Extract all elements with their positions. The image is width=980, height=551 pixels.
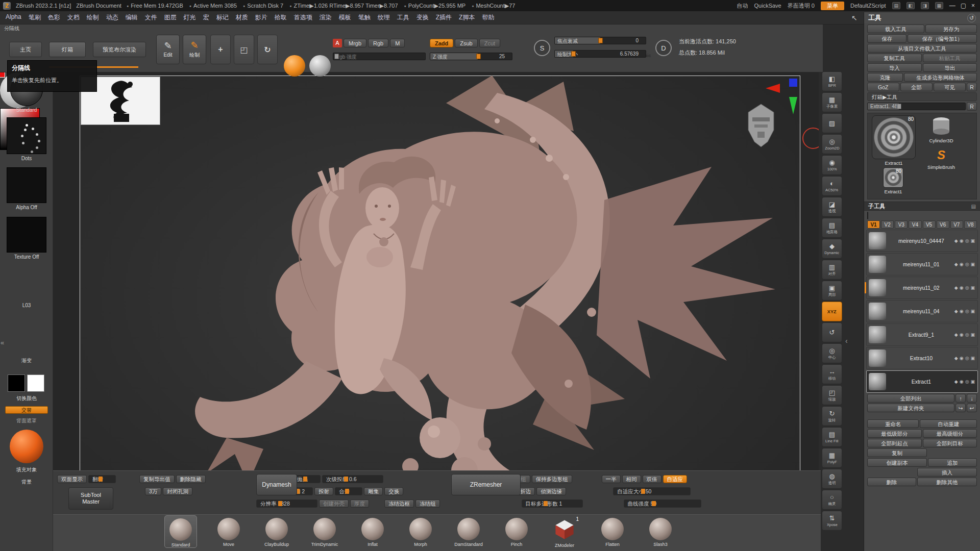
new-folder-button[interactable]: 新建文件夹 (867, 404, 954, 412)
subtool-thumbnail[interactable] (869, 256, 886, 273)
quicksave-button[interactable]: QuickSave (754, 3, 781, 9)
subtool-toggle-icon[interactable]: ◆ (954, 262, 958, 267)
shelf-对齐[interactable]: ▥对齐 (822, 260, 842, 280)
extract-tool-thumbnail[interactable]: 80 (883, 167, 903, 188)
subtool-toggle-icon[interactable]: ◉ (960, 238, 964, 243)
strip-交换[interactable]: 交换 (384, 487, 403, 495)
strip-翻转[interactable]: 翻转 (88, 475, 116, 483)
menu-item-文件[interactable]: 文件 (141, 12, 161, 23)
subtool-tab-V5[interactable]: V5 (923, 220, 936, 229)
extract-r-button[interactable]: R (967, 102, 977, 111)
mode-Zsub[interactable]: Zsub (455, 39, 477, 47)
background-button[interactable]: 背景 (0, 479, 53, 486)
tool-btn-生成多边形网格物体[interactable]: 生成多边形网格物体 (904, 73, 977, 82)
brush-Pinch[interactable]: Pinch (500, 515, 533, 547)
strip-保持多边形组[interactable]: 保持多边形组 (532, 475, 572, 483)
color-sphere-button[interactable] (284, 55, 305, 77)
shelf-透视[interactable]: ◪透视 (822, 197, 842, 217)
subtool-toggle-icon[interactable]: ◎ (965, 238, 969, 243)
subtool-toggle-icon[interactable]: ▣ (970, 309, 975, 314)
subtool-btn-追加[interactable]: 追加 (928, 458, 977, 467)
menu-item-Alpha[interactable]: Alpha (2, 12, 25, 23)
strip-冻结边框[interactable]: 冻结边框 (384, 499, 414, 508)
subtool-btn-全部到起点[interactable]: 全部到起点 (867, 439, 922, 447)
ui-opacity-control[interactable]: 界面透明 0 (788, 2, 815, 10)
subtool-btn-最低级部分[interactable]: 最低级部分 (867, 429, 922, 438)
subtool-toggle-icon[interactable]: ◆ (954, 285, 958, 290)
list-all-button[interactable]: 全部列出 (867, 394, 954, 403)
zremesher-button[interactable]: ZRemesher (451, 474, 521, 495)
rgb-intensity-slider[interactable]: Rgb 强度 (333, 53, 426, 60)
cylinder3d-thumbnail[interactable] (930, 116, 952, 137)
subtool-tab-V2[interactable]: V2 (881, 220, 894, 229)
titlebar-tool-icon[interactable]: ▤ (892, 2, 900, 9)
tool-btn-粘贴工具[interactable]: 粘贴工具 (923, 54, 977, 62)
menu-item-拾取[interactable]: 拾取 (271, 12, 290, 23)
subtool-btn-插入[interactable]: 插入 (917, 468, 977, 477)
strip-自适应大小 50[interactable]: 自适应大小 50 (613, 487, 691, 495)
stroke-badge[interactable]: S (534, 40, 550, 56)
tool-btn-GoZ[interactable]: GoZ (867, 83, 899, 91)
subtool-toggle-icon[interactable]: ◎ (965, 356, 969, 361)
dynamic-badge[interactable]: D (655, 40, 672, 56)
main-color-swatch[interactable] (8, 374, 25, 392)
menu-item-工具[interactable]: 工具 (394, 12, 413, 23)
subtool-thumbnail[interactable] (869, 303, 886, 320)
subtool-toggle-icon[interactable]: ◉ (960, 379, 964, 384)
texture-thumbnail-slot[interactable] (7, 217, 46, 253)
subtool-toggle-icon[interactable]: ◆ (954, 309, 958, 314)
shelf-Line Fill[interactable]: ▤Line Fill (822, 427, 842, 447)
tool-btn-克隆[interactable]: 克隆 (867, 73, 903, 82)
strip-分辨率 2328[interactable]: 分辨率 2328 (256, 499, 317, 508)
subtool-toggle-icon[interactable]: ◆ (954, 356, 958, 361)
subtool-row[interactable]: Extract1◆◉◎▣ (866, 370, 978, 393)
right-scroll-chevron[interactable]: ‹ (845, 337, 848, 345)
move-down-button[interactable]: ↓ (967, 394, 977, 403)
strip-删除隐藏[interactable]: 删除隐藏 (176, 475, 206, 483)
strip-抛光[interactable]: 抛光 (293, 475, 321, 483)
subtool-toggle-icon[interactable]: ◉ (960, 285, 964, 290)
material-sphere-button[interactable] (309, 55, 331, 77)
dynamesh-button[interactable]: Dynamesh (256, 474, 297, 495)
subtool-toggle-icon[interactable]: ◎ (965, 262, 969, 267)
subtool-toggle-icon[interactable]: ◆ (954, 379, 958, 384)
simplebrush-thumbnail[interactable]: S (933, 147, 949, 163)
subtool-toggle-icon[interactable]: ▣ (970, 238, 975, 243)
menu-item-模板[interactable]: 模板 (335, 12, 355, 23)
shelf-缩放[interactable]: ◰缩放 (822, 385, 842, 405)
active-tool-thumbnail[interactable]: 80 (872, 115, 916, 159)
minimize-button[interactable]: — (949, 2, 955, 9)
shelf-旋转[interactable]: ↻旋转 (822, 406, 842, 426)
menu-item-绘制[interactable]: 绘制 (83, 12, 103, 23)
tool-btn-保存（编号加1）[interactable]: 保存（编号加1） (908, 34, 977, 43)
shelf-BPR[interactable]: ◧BPR (822, 71, 842, 91)
strip-复制导出值[interactable]: 复制导出值 (139, 475, 175, 483)
menu-item-标记[interactable]: 标记 (213, 12, 232, 23)
strip-侦测边缘[interactable]: 侦测边缘 (536, 487, 566, 495)
stroke-thumbnail[interactable] (7, 117, 46, 154)
menu-item-笔触[interactable]: 笔触 (355, 12, 374, 23)
subtool-toggle-icon[interactable]: ▣ (970, 356, 975, 361)
switch-color-button[interactable]: 切换颜色 (0, 395, 53, 402)
alternate-button[interactable]: 交替 (5, 406, 48, 414)
fill-object-button[interactable]: 填充对象 (0, 466, 53, 473)
menu-item-灯光[interactable]: 灯光 (180, 12, 200, 23)
subtool-toggle-icon[interactable]: ◉ (960, 332, 964, 337)
close-button[interactable]: × (971, 2, 975, 9)
subtool-section-header[interactable]: 子工具 ▤ (864, 202, 980, 211)
brush-Inflat[interactable]: Inflat (356, 515, 389, 547)
tool-btn-另存为[interactable]: 另存为 (925, 24, 977, 33)
strip-合并[interactable]: 合并 (335, 487, 362, 495)
brush-Standard[interactable]: Standard (164, 515, 197, 548)
menu-item-渲染[interactable]: 渲染 (316, 12, 335, 23)
tool-btn-复制工具[interactable]: 复制工具 (867, 54, 922, 62)
shelf-移动[interactable]: ↔移动 (822, 364, 842, 384)
extract-thickness-slider[interactable]: Extract1. 48 (867, 103, 966, 110)
subtool-row[interactable]: meirenyu11_01◆◉◎▣ (866, 253, 978, 276)
strip-自适应[interactable]: 自适应 (663, 475, 688, 483)
left-scroll-chevrons[interactable]: « (1, 339, 4, 346)
subtool-btn-全部到目标[interactable]: 全部到目标 (923, 439, 977, 447)
menu-item-色彩[interactable]: 色彩 (44, 12, 64, 23)
mode-Mrgb[interactable]: Mrgb (344, 39, 366, 47)
subtool-visible-count-slider[interactable]: 子工具可见数量 7 (867, 212, 868, 219)
